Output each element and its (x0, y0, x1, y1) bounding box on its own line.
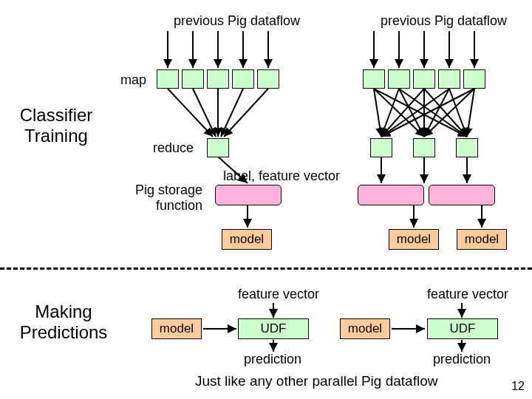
footer-text: Just like any other parallel Pig dataflo… (195, 373, 437, 389)
map-box (438, 69, 460, 89)
storage-box (429, 185, 495, 205)
feature-vector-label: feature vector (238, 287, 319, 302)
svg-line-10 (168, 89, 213, 137)
model-box: model (457, 229, 507, 250)
feature-vector-label: feature vector (427, 287, 508, 302)
map-box (182, 69, 204, 89)
prediction-label: prediction (244, 352, 301, 367)
reduce-box (456, 138, 478, 157)
model-box: model (222, 229, 272, 250)
map-box (207, 69, 229, 89)
classifier-training-title: Classifier Training (1, 105, 111, 146)
svg-line-24 (381, 89, 449, 137)
map-box (363, 69, 385, 89)
reduce-box (370, 138, 392, 157)
storage-box (215, 185, 282, 205)
title-text: Classifier Training (20, 105, 93, 146)
map-box (257, 69, 279, 89)
svg-line-14 (224, 89, 268, 137)
prediction-label: prediction (433, 352, 491, 367)
map-box (463, 69, 485, 89)
slide-number: 12 (511, 380, 525, 393)
storage-box (358, 185, 424, 205)
reduce-box (413, 138, 435, 157)
model-box: model (340, 318, 390, 339)
svg-line-15 (374, 89, 381, 137)
udf-box: UDF (427, 318, 498, 339)
svg-line-29 (467, 89, 474, 137)
label-feature-vector-text: label, feature vector (223, 168, 340, 184)
making-predictions-title: Making Predictions (1, 301, 126, 343)
svg-line-28 (424, 89, 474, 137)
svg-line-11 (193, 89, 216, 137)
model-box: model (151, 318, 202, 339)
reduce-box (207, 138, 229, 157)
map-box (388, 69, 410, 89)
svg-line-13 (221, 89, 243, 137)
map-box (413, 69, 435, 89)
model-box: model (389, 229, 439, 250)
map-box (157, 69, 179, 89)
title-text: Making Predictions (20, 301, 108, 342)
pig-storage-function-label: Pig storage function (135, 183, 202, 214)
section-divider (0, 267, 532, 270)
svg-line-20 (399, 89, 467, 137)
reduce-label: reduce (153, 140, 194, 156)
map-box (232, 69, 254, 89)
udf-box: UDF (238, 318, 309, 339)
svg-line-16 (374, 89, 424, 137)
map-label: map (120, 72, 146, 88)
